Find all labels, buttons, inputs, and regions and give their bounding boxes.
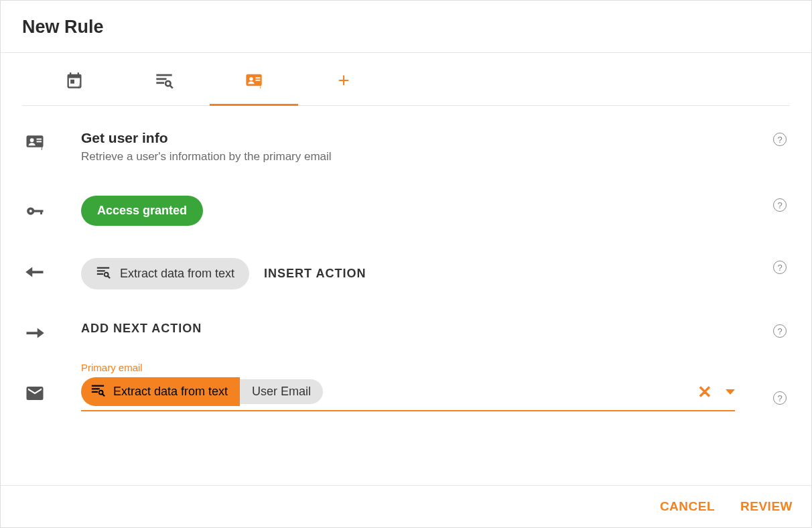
step-body-email: Primary email <box>81 362 735 411</box>
svg-rect-13 <box>37 139 42 140</box>
svg-rect-26 <box>92 388 100 389</box>
help-icon[interactable]: ? <box>773 324 787 338</box>
help-icon[interactable]: ? <box>773 391 787 405</box>
svg-point-17 <box>29 210 32 212</box>
step-title: Get user info <box>81 130 735 146</box>
user-email-chip[interactable]: User Email <box>240 379 323 404</box>
step-icon-user-info: i <box>23 130 46 151</box>
svg-point-28 <box>99 391 103 395</box>
step-help: ? <box>770 130 790 146</box>
tab-extract[interactable] <box>149 70 179 105</box>
modal-title: New Rule <box>22 17 790 38</box>
step-body: Get user info Retrieve a user's informat… <box>81 130 735 163</box>
svg-rect-20 <box>97 267 109 269</box>
calendar-info-icon: i <box>65 71 84 90</box>
help-icon[interactable]: ? <box>773 261 787 274</box>
step-help: ? <box>770 196 790 212</box>
step-help: ? <box>770 258 790 274</box>
step-icon-email <box>23 383 46 411</box>
svg-rect-1 <box>156 74 172 76</box>
svg-rect-22 <box>97 273 103 275</box>
email-icon <box>25 383 45 403</box>
user-email-chip-label: User Email <box>252 385 311 399</box>
svg-line-5 <box>170 86 173 88</box>
user-info-card-icon: i <box>25 131 45 151</box>
clear-icon[interactable]: ✕ <box>697 383 712 401</box>
svg-line-24 <box>108 276 110 278</box>
tab-bar: i <box>22 53 790 106</box>
svg-point-12 <box>30 138 34 142</box>
svg-rect-2 <box>156 78 166 80</box>
cancel-button[interactable]: CANCEL <box>660 499 715 514</box>
new-rule-modal: New Rule i <box>0 0 812 528</box>
extract-chip-orange[interactable]: Extract data from text <box>81 377 240 406</box>
svg-point-23 <box>105 273 109 277</box>
step-help: ? <box>770 389 790 411</box>
step-primary-email: Primary email <box>22 362 790 411</box>
arrow-left-icon <box>25 262 45 282</box>
extract-text-icon <box>96 265 111 283</box>
step-insert-action: Extract data from text INSERT ACTION ? <box>22 258 790 289</box>
extract-text-icon <box>155 71 174 90</box>
svg-rect-27 <box>92 391 98 393</box>
insert-action-label[interactable]: INSERT ACTION <box>264 267 366 281</box>
extract-chip-label: Extract data from text <box>120 267 234 281</box>
help-icon[interactable]: ? <box>773 198 787 212</box>
step-body-access: Access granted <box>81 196 735 226</box>
arrow-right-icon <box>25 323 45 343</box>
svg-rect-14 <box>37 141 42 142</box>
primary-email-label: Primary email <box>81 362 735 373</box>
tab-calendar[interactable]: i <box>60 70 89 105</box>
plus-icon: + <box>338 70 350 90</box>
content-scroll[interactable]: i <box>1 53 811 485</box>
svg-point-4 <box>165 81 170 86</box>
step-help: ? <box>770 322 790 338</box>
extract-chip[interactable]: Extract data from text <box>81 258 249 289</box>
svg-rect-9 <box>255 80 260 81</box>
svg-point-7 <box>249 77 253 80</box>
modal-header: New Rule <box>1 1 811 53</box>
add-next-action-label[interactable]: ADD NEXT ACTION <box>81 322 202 335</box>
step-access: Access granted ? <box>22 196 790 226</box>
step-icon-arrow-left <box>23 258 46 282</box>
svg-rect-19 <box>40 211 42 214</box>
extract-chip-orange-label: Extract data from text <box>113 385 228 399</box>
svg-rect-21 <box>97 270 105 271</box>
tab-add[interactable]: + <box>329 70 358 105</box>
user-info-icon: i <box>245 71 263 90</box>
svg-line-29 <box>103 394 105 396</box>
svg-rect-25 <box>92 385 104 387</box>
extract-text-icon <box>90 383 105 401</box>
dropdown-caret-icon[interactable] <box>726 389 735 395</box>
step-icon-arrow-right <box>23 322 46 343</box>
review-button[interactable]: REVIEW <box>740 499 793 514</box>
svg-rect-8 <box>255 77 260 78</box>
step-get-user-info: i Get user info Retrieve a user's inform… <box>22 130 790 163</box>
key-icon <box>25 201 45 221</box>
step-icon-key <box>23 196 46 221</box>
step-next-action: ADD NEXT ACTION ? <box>22 322 790 343</box>
field-actions: ✕ <box>697 383 735 401</box>
step-body-next: ADD NEXT ACTION <box>81 322 735 336</box>
primary-email-field[interactable]: Extract data from text User Email ✕ <box>81 377 735 411</box>
tab-user-info[interactable]: i <box>239 70 269 105</box>
svg-rect-3 <box>156 82 164 84</box>
access-granted-chip[interactable]: Access granted <box>81 196 203 226</box>
modal-footer: CANCEL REVIEW <box>1 485 811 527</box>
step-body-insert: Extract data from text INSERT ACTION <box>81 258 735 289</box>
content-wrap: i <box>1 53 811 485</box>
help-icon[interactable]: ? <box>773 133 787 146</box>
step-desc: Retrieve a user's information by the pri… <box>81 150 735 163</box>
